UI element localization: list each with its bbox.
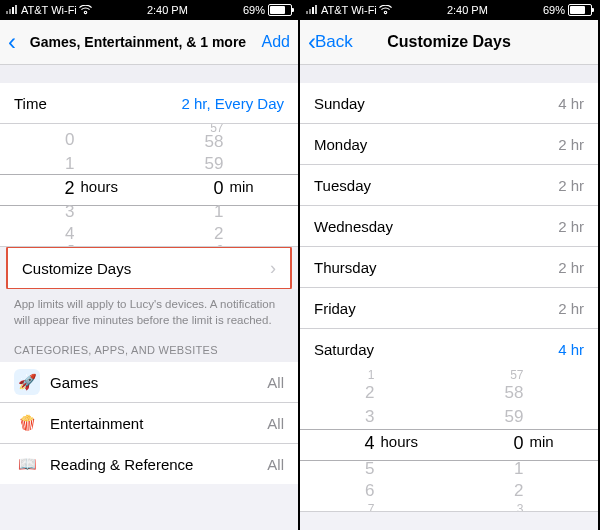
section-header: CATEGORIES, APPS, AND WEBSITES [0,340,298,362]
customize-days-row[interactable]: Customize Days › [8,248,290,288]
day-value: 2 hr [558,218,584,235]
carrier: AT&T Wi-Fi [21,4,77,16]
hours-unit: hours [80,178,118,195]
chevron-right-icon: › [270,258,276,279]
day-name: Wednesday [314,218,558,235]
minutes-wheel[interactable]: 57 58 59 0 1 2 3 min [449,369,598,511]
page-title: Games, Entertainment, & 1 more [22,34,254,50]
battery-icon: 69% [543,4,592,16]
category-value: All [267,374,284,391]
category-row[interactable]: 🚀GamesAll [0,362,298,403]
back-button[interactable]: ‹ [8,28,15,56]
time-label: Time [14,95,181,112]
time-row[interactable]: Time 2 hr, Every Day [0,83,298,124]
hours-wheel[interactable]: 0 1 2 3 4 5 hours [0,124,149,246]
day-value: 4 hr [558,95,584,112]
category-name: Reading & Reference [50,456,267,473]
clock: 2:40 PM [92,4,243,16]
status-bar: AT&T Wi-Fi 2:40 PM 69% [0,0,298,20]
wifi-icon [79,5,92,15]
day-row[interactable]: Monday2 hr [300,124,598,165]
day-row[interactable]: Friday2 hr [300,288,598,329]
signal-icon [6,4,21,16]
day-value: 2 hr [558,259,584,276]
category-name: Entertainment [50,415,267,432]
day-value: 2 hr [558,136,584,153]
day-row[interactable]: Thursday2 hr [300,247,598,288]
category-value: All [267,456,284,473]
wifi-icon [379,5,392,15]
day-value: 2 hr [558,177,584,194]
clock: 2:40 PM [392,4,543,16]
hours-wheel[interactable]: 1 2 3 4 5 6 7 hours [300,369,449,511]
add-button[interactable]: Add [262,33,290,51]
battery-icon: 69% [243,4,292,16]
day-name: Thursday [314,259,558,276]
day-name: Friday [314,300,558,317]
day-name: Saturday [314,341,558,358]
day-row[interactable]: Sunday4 hr [300,83,598,124]
back-button[interactable]: ‹Back [308,28,353,56]
min-unit: min [529,433,553,450]
hours-unit: hours [380,433,418,450]
day-row[interactable]: Tuesday2 hr [300,165,598,206]
screen-customize-days: AT&T Wi-Fi 2:40 PM 69% ‹Back Customize D… [298,0,598,530]
category-name: Games [50,374,267,391]
carrier: AT&T Wi-Fi [321,4,377,16]
status-bar: AT&T Wi-Fi 2:40 PM 69% [300,0,598,20]
nav-bar: ‹Back Customize Days [300,20,598,65]
category-icon: 📖 [14,451,40,477]
category-icon: 🍿 [14,410,40,436]
day-row[interactable]: Saturday4 hr [300,329,598,369]
time-picker[interactable]: 1 2 3 4 5 6 7 hours 57 58 59 0 1 2 3 min [300,369,598,512]
day-name: Sunday [314,95,558,112]
signal-icon [306,4,321,16]
days-list: Sunday4 hrMonday2 hrTuesday2 hrWednesday… [300,83,598,369]
category-icon: 🚀 [14,369,40,395]
day-value: 2 hr [558,300,584,317]
min-unit: min [229,178,253,195]
category-row[interactable]: 🍿EntertainmentAll [0,403,298,444]
footnote: App limits will apply to Lucy's devices.… [0,289,298,340]
minutes-wheel[interactable]: 57 58 59 0 1 2 3 min [149,124,298,246]
nav-bar: ‹ Games, Entertainment, & 1 more Add [0,20,298,65]
day-name: Monday [314,136,558,153]
time-picker[interactable]: 0 1 2 3 4 5 hours 57 58 59 0 1 2 3 min [0,124,298,247]
category-value: All [267,415,284,432]
day-value: 4 hr [558,341,584,358]
time-value: 2 hr, Every Day [181,95,284,112]
category-row[interactable]: 📖Reading & ReferenceAll [0,444,298,484]
category-list: 🚀GamesAll🍿EntertainmentAll📖Reading & Ref… [0,362,298,484]
chevron-left-icon: ‹ [8,28,16,56]
day-row[interactable]: Wednesday2 hr [300,206,598,247]
screen-app-limits: AT&T Wi-Fi 2:40 PM 69% ‹ Games, Entertai… [0,0,298,530]
day-name: Tuesday [314,177,558,194]
